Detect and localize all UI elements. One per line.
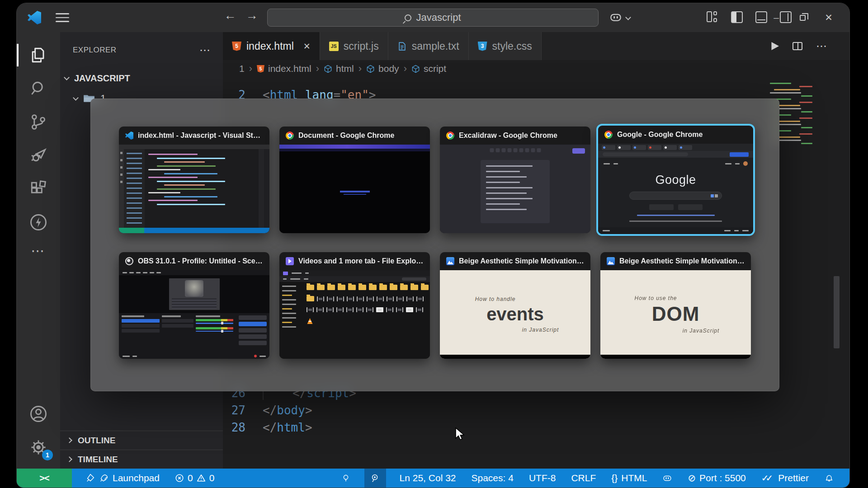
search-view-button[interactable] — [17, 72, 60, 105]
remote-indicator[interactable]: >< — [17, 469, 72, 488]
deco-bar — [162, 324, 193, 328]
deco-dash — [742, 230, 749, 231]
tab-label: sample.txt — [412, 40, 459, 52]
indentation-item[interactable]: Spaces: 4 — [470, 469, 515, 488]
copilot-status-item[interactable] — [660, 469, 674, 488]
minimap-mark — [770, 92, 801, 94]
port-item[interactable]: ⊘ Port : 5500 — [686, 469, 747, 488]
close-tab-icon[interactable]: ✕ — [303, 41, 311, 52]
run-button[interactable] — [771, 42, 779, 50]
run-debug-button[interactable] — [17, 139, 60, 172]
switcher-card-obs[interactable]: OBS 31.0.1 - Profile: Untitled - Scenes:… — [119, 252, 269, 359]
source-control-button[interactable] — [17, 105, 60, 139]
split-editor-button[interactable] — [793, 42, 802, 50]
breadcrumb-symbol-html[interactable]: html — [324, 63, 354, 74]
screencast-icon — [341, 473, 351, 483]
mini-video-thumb — [357, 296, 364, 301]
zoom-item[interactable] — [364, 469, 386, 488]
mini-menubar — [119, 270, 269, 275]
deco-dash — [603, 230, 610, 231]
tab-sample-txt[interactable]: sample.txt — [388, 32, 469, 60]
mini-button — [678, 204, 703, 210]
window-title: index.html - Javascript - Visual Studio … — [138, 131, 263, 140]
deco-dash — [156, 272, 161, 273]
mini-page: Google — [598, 158, 753, 227]
tab-style-css[interactable]: 3 style.css — [469, 32, 542, 60]
mini-tab — [679, 145, 692, 150]
mini-search-pill — [402, 277, 426, 281]
breadcrumb-file[interactable]: 5 index.html — [257, 63, 311, 74]
deco-dash — [123, 272, 127, 273]
deco-dash — [123, 356, 130, 357]
live-server-button[interactable] — [17, 206, 60, 239]
customize-layout-button[interactable] — [707, 11, 718, 23]
mini-video-thumb — [346, 307, 354, 312]
minimize-button[interactable]: – — [767, 9, 785, 27]
deco-bar — [162, 315, 181, 317]
mini-tab — [617, 145, 631, 150]
mini-video-thumb — [406, 296, 414, 301]
cursor-position-item[interactable]: Ln 25, Col 32 — [398, 469, 458, 488]
card-title-bar: Excalidraw - Google Chrome — [440, 127, 590, 145]
screencast-item[interactable] — [339, 469, 353, 488]
window-title: OBS 31.0.1 - Profile: Untitled - Scenes:… — [138, 257, 263, 265]
more-views-button[interactable]: ⋯ — [31, 246, 46, 255]
more-actions-button[interactable]: ⋯ — [816, 40, 828, 52]
workspace-folder-row[interactable]: JAVASCRIPT — [60, 68, 223, 88]
mini-subheader — [279, 149, 430, 151]
switcher-card-vscode[interactable]: index.html - Javascript - Visual Studio … — [119, 127, 269, 233]
outline-section[interactable]: OUTLINE — [60, 431, 223, 450]
tab-script-js[interactable]: JS script.js — [320, 32, 388, 60]
explorer-view-button[interactable] — [17, 38, 60, 72]
css-file-icon: 3 — [478, 42, 487, 51]
language-item[interactable]: {} HTML — [609, 469, 649, 488]
forward-button[interactable]: → — [243, 9, 261, 23]
notifications-item[interactable] — [822, 469, 836, 488]
switcher-card-google-selected[interactable]: Google - Google Chrome Google — [596, 124, 755, 236]
eol-item[interactable]: CRLF — [569, 469, 598, 488]
encoding-item[interactable]: UTF-8 — [527, 469, 558, 488]
mini-video-thumb — [366, 307, 373, 312]
breadcrumb-symbol-body[interactable]: body — [366, 63, 399, 74]
explorer-actions-button[interactable]: ⋯ — [199, 44, 211, 56]
prettier-item[interactable]: ✓✓ Prettier — [760, 469, 811, 488]
back-button[interactable]: ← — [221, 9, 239, 23]
toggle-panel-button[interactable] — [755, 11, 767, 23]
problems-item[interactable]: 0 0 — [173, 469, 216, 488]
port-label: Port : 5500 — [699, 473, 746, 483]
mini-button — [239, 328, 267, 333]
switcher-card-file-explorer[interactable]: Videos and 1 more tab - File Explorer — [279, 252, 430, 359]
html-badge: 5 — [235, 43, 238, 49]
chevron-down-icon — [625, 14, 631, 20]
extensions-button[interactable] — [17, 172, 60, 206]
mini-video-thumb — [377, 296, 384, 301]
copilot-button[interactable] — [609, 10, 630, 24]
mini-tab — [632, 145, 646, 150]
card-title-bar: OBS 31.0.1 - Profile: Untitled - Scenes:… — [119, 252, 269, 270]
switcher-card-slide-dom[interactable]: Beige Aesthetic Simple Motivational D...… — [600, 252, 751, 359]
deco-bar — [122, 329, 160, 333]
minimap-mark — [801, 143, 812, 144]
mini-folder-icon — [348, 285, 356, 290]
maximize-button[interactable] — [793, 9, 811, 27]
switcher-card-excalidraw[interactable]: Excalidraw - Google Chrome — [440, 127, 590, 233]
launchpad-item[interactable]: Launchpad — [84, 469, 161, 488]
breadcrumb-folder[interactable]: 1 — [239, 63, 245, 74]
scrollbar[interactable] — [834, 276, 840, 348]
slide-subtitle: in JavaScript — [683, 328, 720, 334]
debug-icon — [28, 145, 48, 165]
timeline-section[interactable]: TIMELINE — [60, 450, 223, 469]
menu-icon[interactable] — [56, 13, 69, 22]
settings-button[interactable]: 1 — [17, 431, 60, 464]
close-button[interactable]: ✕ — [820, 9, 838, 27]
accounts-button[interactable] — [17, 397, 60, 431]
mini-mixer-dock — [196, 315, 236, 347]
toggle-sidebar-button[interactable] — [731, 11, 743, 23]
mini-toolbar — [490, 148, 541, 152]
switcher-card-document[interactable]: Document - Google Chrome — [279, 127, 430, 233]
breadcrumb-symbol-script[interactable]: script — [411, 63, 446, 74]
switcher-card-slide-events[interactable]: Beige Aesthetic Simple Motivational D...… — [440, 252, 590, 359]
command-center-search[interactable]: Javascript — [267, 9, 599, 27]
tab-index-html[interactable]: 5 index.html ✕ — [223, 32, 320, 60]
mini-controls-dock — [239, 315, 267, 347]
